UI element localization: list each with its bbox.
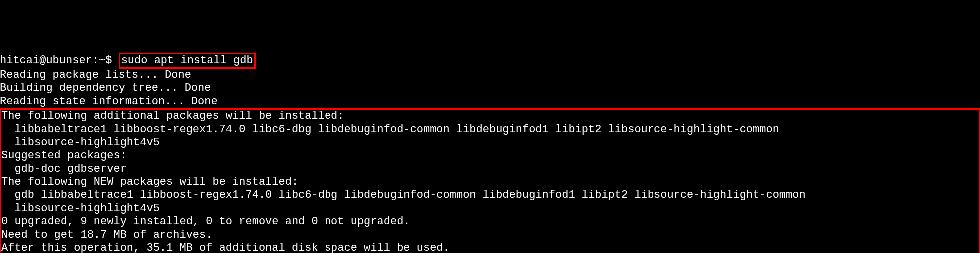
output-line: libsource-highlight4v5 [1,202,979,216]
output-line: The following additional packages will b… [1,110,979,123]
output-line: After this operation, 35.1 MB of additio… [1,242,979,253]
terminal-window[interactable]: hitcai@ubunser:~$ sudo apt install gdbRe… [0,53,980,253]
output-line: Reading package lists... Done [0,69,980,82]
output-line: libbabeltrace1 libboost-regex1.74.0 libc… [1,124,979,136]
output-line: Building dependency tree... Done [0,82,980,95]
output-line: Need to get 18.7 MB of archives. [1,229,979,242]
shell-prompt: hitcai@ubunser:~$ [0,54,119,67]
output-line: The following NEW packages will be insta… [1,176,979,189]
package-info-highlight-box: The following additional packages will b… [0,108,980,253]
output-line: gdb-doc gdbserver [1,163,979,176]
output-line: Suggested packages: [1,150,979,162]
output-line: 0 upgraded, 9 newly installed, 0 to remo… [1,216,979,228]
command-highlight-box: sudo apt install gdb [119,53,256,69]
output-line: Reading state information... Done [0,96,980,108]
prompt-line: hitcai@ubunser:~$ sudo apt install gdb [0,53,980,69]
command-text: sudo apt install gdb [121,54,253,67]
output-line: libsource-highlight4v5 [1,136,979,150]
output-line: gdb libbabeltrace1 libboost-regex1.74.0 … [1,189,979,202]
